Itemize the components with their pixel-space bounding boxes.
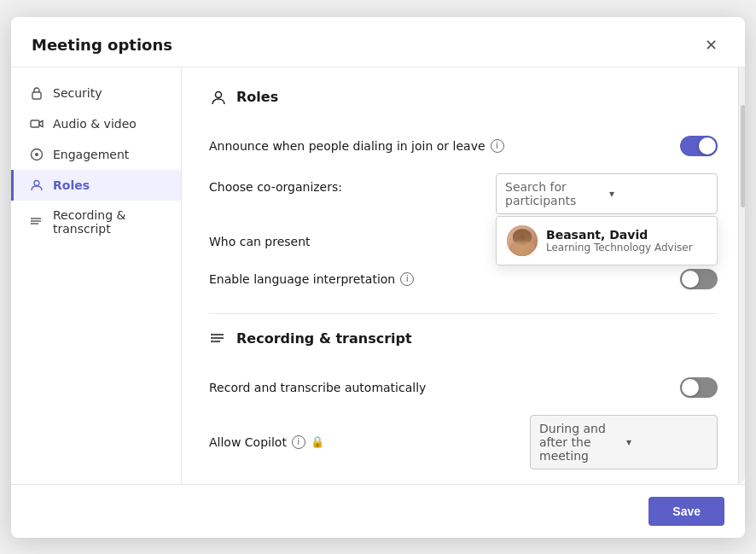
roles-section-header: Roles [209, 88, 718, 107]
chevron-down-icon: ▾ [609, 188, 708, 200]
person-info: Beasant, David Learning Technology Advis… [546, 228, 693, 254]
recording-section-title: Recording & transcript [236, 330, 412, 347]
coorg-right: Search for participants ▾ [496, 173, 718, 214]
person-icon [29, 178, 44, 193]
announce-dial-toggle[interactable] [680, 136, 718, 156]
recording-section-header: Recording & transcript [209, 329, 718, 348]
sidebar-item-audio-video[interactable]: Audio & video [11, 108, 181, 139]
copilot-dropdown-value: During and after the meeting [539, 422, 621, 463]
dialog-body: Security Audio & video [11, 67, 745, 484]
announce-dial-label: Announce when people dialing in join or … [209, 139, 504, 153]
person-role: Learning Technology Adviser [546, 242, 693, 254]
dialog-header: Meeting options ✕ [11, 17, 745, 67]
svg-rect-1 [31, 120, 39, 127]
sidebar-item-roles[interactable]: Roles [11, 170, 181, 201]
person-name: Beasant, David [546, 228, 693, 242]
record-auto-row: Record and transcribe automatically [209, 369, 718, 406]
lock-icon [29, 85, 44, 101]
coorg-label: Choose co-organizers: [209, 173, 342, 194]
avatar-image [507, 225, 538, 256]
coorg-search-dropdown[interactable]: Search for participants ▾ [496, 173, 718, 214]
svg-point-3 [35, 153, 38, 156]
who-can-present-label: Who can present [209, 235, 311, 248]
dialog-title: Meeting options [32, 36, 172, 54]
announce-dial-row: Announce when people dialing in join or … [209, 127, 718, 165]
svg-point-10 [31, 223, 32, 225]
allow-copilot-info-icon[interactable]: i [292, 435, 305, 449]
svg-point-16 [211, 336, 212, 338]
meeting-options-dialog: Meeting options ✕ Security [11, 17, 745, 538]
svg-point-4 [34, 180, 39, 185]
sidebar-item-recording-transcript[interactable]: Recording & transcript [11, 201, 181, 243]
sidebar-item-engagement[interactable]: Engagement [11, 139, 181, 170]
scrollbar-track[interactable] [738, 67, 745, 484]
coorg-row: Choose co-organizers: Search for partici… [209, 165, 718, 223]
language-interpretation-toggle[interactable] [680, 269, 718, 289]
language-interpretation-info-icon[interactable]: i [400, 272, 414, 286]
sidebar-item-security[interactable]: Security [11, 78, 181, 108]
roles-section-title: Roles [236, 89, 278, 105]
sidebar: Security Audio & video [11, 67, 182, 484]
coorg-search-placeholder: Search for participants [505, 180, 604, 207]
svg-point-9 [31, 220, 32, 222]
copilot-dropdown[interactable]: During and after the meeting ▾ [530, 415, 718, 469]
allow-copilot-row: Allow Copilot i 🔒 During and after the m… [209, 406, 718, 478]
svg-point-8 [31, 218, 32, 219]
roles-section-icon [209, 88, 228, 107]
copilot-chevron-icon: ▾ [626, 436, 708, 448]
allow-copilot-label: Allow Copilot i 🔒 [209, 435, 324, 449]
record-auto-label: Record and transcribe automatically [209, 381, 426, 394]
sidebar-label-security: Security [53, 86, 102, 100]
svg-point-17 [211, 340, 212, 341]
scrollbar-thumb[interactable] [741, 105, 746, 207]
main-content: Roles Announce when people dialing in jo… [182, 67, 745, 484]
svg-rect-0 [32, 92, 41, 99]
save-button[interactable]: Save [648, 497, 724, 526]
coorg-dropdown-item[interactable]: Beasant, David Learning Technology Advis… [497, 217, 717, 265]
sidebar-label-engagement: Engagement [53, 148, 129, 161]
list-icon [29, 214, 44, 230]
lock-icon: 🔒 [311, 435, 324, 448]
sidebar-label-roles: Roles [53, 178, 90, 192]
sidebar-label-audio-video: Audio & video [53, 117, 137, 131]
avatar [507, 225, 538, 256]
sidebar-label-recording-transcript: Recording & transcript [53, 208, 166, 236]
camera-icon [29, 116, 44, 131]
engagement-icon [29, 147, 44, 162]
close-button[interactable]: ✕ [698, 32, 724, 58]
coorg-dropdown-result: Beasant, David Learning Technology Advis… [496, 216, 718, 265]
record-auto-toggle[interactable] [680, 377, 718, 398]
recording-section-icon [209, 329, 228, 348]
svg-point-15 [211, 333, 212, 335]
svg-point-11 [216, 91, 222, 97]
section-divider [209, 313, 718, 314]
language-interpretation-label: Enable language interpretation i [209, 272, 414, 286]
dialog-footer: Save [11, 484, 745, 538]
language-interpretation-row: Enable language interpretation i [209, 260, 718, 298]
announce-dial-info-icon[interactable]: i [491, 139, 504, 153]
